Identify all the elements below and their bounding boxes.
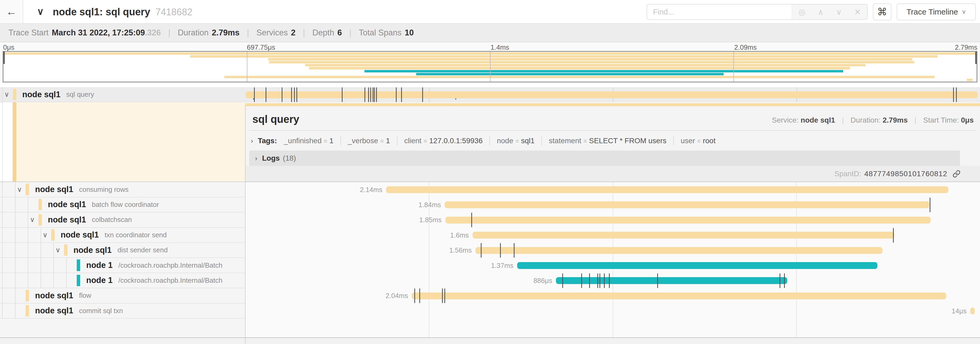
span-color-bar [38,199,42,210]
span-log-marker[interactable] [930,198,931,212]
span-log-marker[interactable] [600,274,600,288]
chevron-down-icon[interactable]: ∨ [43,228,48,242]
tag-value: sql1 [521,137,535,145]
timeline-span-row[interactable]: 1.6ms [245,228,980,243]
chevron-down-icon[interactable]: ∨ [17,182,22,197]
minimap-right-scrubber[interactable] [975,52,977,64]
span-log-marker[interactable] [414,288,415,303]
tree-row[interactable]: ∨node sql1dist sender send [0,243,245,258]
chevron-down-icon[interactable]: ∨ [56,243,60,258]
tree-row[interactable]: ∨node sql1colbatchscan [0,213,245,227]
span-log-marker[interactable] [396,88,397,102]
minimap-left-scrubber[interactable] [3,52,5,64]
span-bar[interactable] [445,217,931,224]
tree-row[interactable]: node sql1flow [0,288,245,303]
span-log-marker[interactable] [657,274,658,288]
minimap-span-bar [190,55,937,58]
span-log-marker[interactable] [374,88,375,102]
next-result-icon[interactable]: ∨ [836,7,842,17]
timeline-span-row[interactable]: 2.14ms [245,182,980,197]
axis-tick-label: 2.79ms [955,43,977,51]
span-log-marker[interactable] [254,88,255,102]
copy-link-icon[interactable] [953,170,961,178]
locate-icon[interactable]: ◎ [799,7,805,17]
minimap-canvas[interactable] [3,51,977,82]
span-log-marker[interactable] [780,274,780,288]
span-service-name: node 1 [86,261,113,270]
span-bar[interactable] [473,232,894,238]
span-bar[interactable] [412,293,946,299]
span-log-marker[interactable] [956,88,957,102]
timeline-span-row[interactable]: 2.04ms [245,288,980,303]
tree-row[interactable]: ∨node sql1consuming rows [0,182,245,197]
timeline-span-row[interactable]: 14μs [245,304,980,318]
span-duration-label: 1.84ms [385,197,441,213]
span-log-marker[interactable] [589,274,590,288]
span-log-marker[interactable] [514,243,514,258]
span-log-marker[interactable] [562,274,563,288]
tree-row[interactable]: node 1/cockroach.roachpb.Internal/Batch [0,258,245,273]
span-log-marker[interactable] [370,88,371,102]
span-log-marker[interactable] [444,288,445,303]
tree-row[interactable]: ∨node sql1sql query [0,87,245,102]
span-log-marker[interactable] [784,274,785,288]
back-button[interactable]: ← [0,0,23,23]
span-log-marker[interactable] [266,88,266,102]
tree-row[interactable]: node sql1batch flow coordinator [0,197,245,213]
trace-collapse-chevron-icon[interactable]: ∨ [37,0,44,23]
minimap-span-bar [309,67,850,69]
axis-tick-label: 1.4ms [490,43,509,51]
chevron-down-icon[interactable]: ∨ [30,213,35,227]
find-input[interactable] [647,5,792,19]
span-log-marker[interactable] [893,228,894,243]
span-log-marker[interactable] [422,88,423,102]
keyboard-shortcuts-button[interactable]: ⌘ [873,3,891,20]
span-log-marker[interactable] [282,88,282,102]
span-bar[interactable] [476,247,883,254]
span-bar[interactable] [386,186,948,193]
clear-search-icon[interactable]: ✕ [854,7,861,17]
span-log-marker[interactable] [373,88,374,102]
tag-value: root [703,137,716,145]
tree-row[interactable]: node 1/cockroach.roachpb.Internal/Batch [0,273,245,288]
span-log-marker[interactable] [376,88,377,102]
span-log-marker[interactable] [342,88,342,102]
span-log-marker[interactable] [294,88,295,102]
timeline-span-row[interactable]: 886μs [245,273,980,288]
span-log-marker[interactable] [291,88,292,102]
timeline-span-row[interactable]: 1.37ms [245,258,980,273]
span-log-marker[interactable] [401,88,402,102]
span-log-marker[interactable] [296,88,297,102]
timeline-span-row[interactable] [245,87,980,102]
tree-row[interactable]: ∨node sql1txn coordinator send [0,228,245,243]
span-log-marker[interactable] [953,88,954,102]
span-bar[interactable] [245,91,978,98]
prev-result-icon[interactable]: ∧ [818,7,824,17]
span-log-marker[interactable] [442,288,443,303]
tags-accordion[interactable]: › Tags: _unfinished=1_verbose=1client=12… [251,134,975,148]
span-log-marker[interactable] [604,274,605,288]
span-bar[interactable] [970,307,975,314]
span-log-marker[interactable] [500,243,501,258]
span-name-labels: node 1/cockroach.roachpb.Internal/Batch [86,273,222,288]
span-log-marker[interactable] [471,213,472,227]
span-log-marker[interactable] [368,88,369,102]
span-log-marker[interactable] [364,88,365,102]
span-log-marker[interactable] [597,274,598,288]
timeline-span-row[interactable]: 1.85ms [245,213,980,227]
span-log-marker[interactable] [609,274,610,288]
tag-key: node [497,137,513,145]
span-bar[interactable] [445,201,929,208]
span-log-marker[interactable] [419,288,420,303]
span-log-marker[interactable] [581,274,582,288]
tree-row[interactable]: node sql1commit sql txn [0,304,245,318]
span-bar[interactable] [556,277,787,284]
span-log-marker[interactable] [481,243,482,258]
timeline-span-row[interactable]: 1.56ms [245,243,980,258]
span-bar[interactable] [517,262,877,269]
timeline-span-row[interactable]: 1.84ms [245,197,980,213]
trace-view-selector[interactable]: Trace Timeline ∨ [897,3,976,20]
logs-accordion[interactable]: › Logs (18) [249,150,960,166]
timeline-rows-top [245,87,980,102]
chevron-down-icon[interactable]: ∨ [4,87,9,102]
